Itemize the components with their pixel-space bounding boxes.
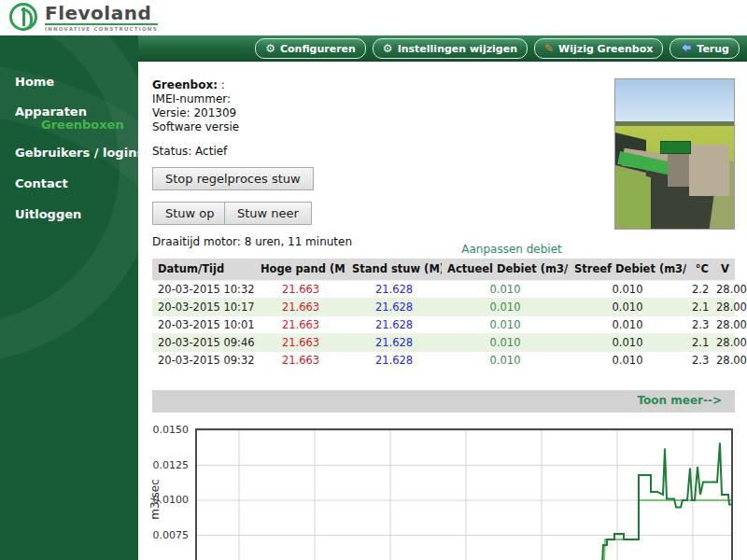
table-cell: 2.1 xyxy=(686,298,711,315)
y-tick-label: 0.0100 xyxy=(146,494,189,506)
arrow-left-icon xyxy=(680,42,692,55)
table-cell: 21.663 xyxy=(255,280,346,298)
configureren-button[interactable]: ⚙Configureren xyxy=(255,38,366,59)
actueel-debiet-line xyxy=(601,443,733,560)
table-cell: 2.1 xyxy=(686,333,711,351)
table-cell: 0.010 xyxy=(569,333,686,351)
greenbox-info: Greenbox: : IMEI-nummer: Versie: 201309 … xyxy=(152,78,239,134)
table-header-row: Datum/TijdHoge pand (M)Stand stuw (M)Act… xyxy=(152,259,735,280)
table-cell: 21.628 xyxy=(346,333,442,351)
table-cell: 21.663 xyxy=(255,333,346,351)
column-header: Hoge pand (M) xyxy=(255,259,346,280)
table-cell: 20-03-2015 10:32 xyxy=(152,280,255,298)
table-cell: 0.010 xyxy=(442,333,569,351)
table-cell: 28.00 xyxy=(711,280,735,298)
nav-button-label: Terug xyxy=(697,43,729,55)
sidebar-item-uitloggen[interactable]: Uitloggen xyxy=(15,207,81,221)
table-cell: 0.010 xyxy=(442,315,569,333)
table-row: 20-03-2015 10:1721.66321.6280.0100.0102.… xyxy=(152,298,735,315)
imei-line: IMEI-nummer: xyxy=(152,92,239,106)
greenbox-value: : xyxy=(218,78,225,91)
instellingen-wijzigen-button[interactable]: ⚙Instellingen wijzigen xyxy=(373,38,528,59)
table-cell: 21.628 xyxy=(346,351,442,369)
gear-icon: ⚙ xyxy=(265,43,275,54)
top-logo-bar: Flevoland INNOVATIVE CONSTRUCTIONS xyxy=(0,0,747,35)
terug-button[interactable]: Terug xyxy=(669,38,740,59)
greenbox-label: Greenbox: xyxy=(152,78,218,91)
table-cell: 21.628 xyxy=(346,280,442,298)
page: Flevoland INNOVATIVE CONSTRUCTIONS ⚙Conf… xyxy=(0,0,747,560)
toon-meer-link[interactable]: Toon meer--> xyxy=(637,394,722,407)
table-cell: 0.010 xyxy=(442,298,569,315)
table-cell: 28.00 xyxy=(711,351,735,369)
stop-regelproces-button[interactable]: Stop regelproces stuw xyxy=(152,167,314,190)
sidebar-item-contact[interactable]: Contact xyxy=(15,176,68,190)
pencil-icon: ✎ xyxy=(544,43,554,54)
aanpassen-debiet-link[interactable]: Aanpassen debiet xyxy=(372,243,652,256)
table-cell: 21.663 xyxy=(255,351,346,369)
table-cell: 28.00 xyxy=(711,298,735,315)
table-cell: 0.010 xyxy=(442,280,569,298)
sidebar-watermark-arc xyxy=(0,63,138,560)
table-cell: 20-03-2015 10:01 xyxy=(152,315,255,333)
table-cell: 2.3 xyxy=(686,315,711,333)
nav-button-label: Wijzig Greenbox xyxy=(558,43,653,55)
table-cell: 21.663 xyxy=(255,298,346,315)
greenbox-photo xyxy=(614,78,735,230)
column-header: Actueel Debiet (m3/s) xyxy=(442,259,569,280)
nav-button-label: Instellingen wijzigen xyxy=(398,43,517,55)
table-cell: 28.00 xyxy=(711,315,735,333)
y-tick-label: 0.0125 xyxy=(146,459,189,471)
column-header: °C xyxy=(686,259,711,280)
version-line: Versie: 201309 xyxy=(152,106,239,120)
stuw-neer-button[interactable]: Stuw neer xyxy=(224,202,312,225)
table-cell: 28.00 xyxy=(711,333,735,351)
flevoland-logo: Flevoland INNOVATIVE CONSTRUCTIONS xyxy=(9,3,158,32)
table-cell: 20-03-2015 10:17 xyxy=(152,298,255,315)
wijzig-greenbox-button[interactable]: ✎Wijzig Greenbox xyxy=(534,38,663,59)
table-cell: 2.3 xyxy=(686,351,711,369)
column-header: Streef Debiet (m3/s) xyxy=(569,259,686,280)
sidebar-item-greenboxen[interactable]: Greenboxen xyxy=(41,118,124,132)
table-cell: 21.663 xyxy=(255,315,346,333)
streef-debiet-line xyxy=(603,500,733,560)
photo-concrete-wall xyxy=(689,145,729,195)
table-row: 20-03-2015 10:0121.66321.6280.0100.0102.… xyxy=(152,315,735,333)
stuw-op-button[interactable]: Stuw op xyxy=(152,202,228,225)
table-cell: 21.628 xyxy=(346,298,442,315)
flevoland-logo-icon xyxy=(9,3,37,31)
y-tick-label: 0.0075 xyxy=(146,529,189,541)
table-cell: 21.628 xyxy=(346,315,442,333)
table-cell: 20-03-2015 09:32 xyxy=(152,351,255,369)
y-tick-label: 0.0150 xyxy=(146,424,189,436)
sidebar-item-apparaten[interactable]: Apparaten xyxy=(15,105,87,119)
navbar-buttons: ⚙Configureren⚙Instellingen wijzigen✎Wijz… xyxy=(255,38,740,59)
table-footer: Toon meer--> xyxy=(152,390,735,413)
table-cell: 0.010 xyxy=(442,351,569,369)
measurements-table: Datum/TijdHoge pand (M)Stand stuw (M)Act… xyxy=(152,259,735,369)
photo-sky xyxy=(615,79,734,124)
software-line: Software versie xyxy=(152,120,239,134)
table-row: 20-03-2015 09:3221.66321.6280.0100.0102.… xyxy=(152,351,735,369)
table-row: 20-03-2015 10:3221.66321.6280.0100.0102.… xyxy=(152,280,735,298)
motor-runtime: Draaitijd motor: 8 uren, 11 minuten xyxy=(152,235,352,248)
main-content: Greenbox: : IMEI-nummer: Versie: 201309 … xyxy=(138,62,747,560)
debiet-chart xyxy=(195,428,733,560)
sidebar-item-home[interactable]: Home xyxy=(15,75,54,89)
photo-grass xyxy=(615,166,651,230)
column-header: Datum/Tijd xyxy=(152,259,255,280)
photo-weir-gate xyxy=(668,154,689,187)
table-cell: 2.2 xyxy=(686,280,711,298)
gear-icon: ⚙ xyxy=(383,43,393,54)
table-cell: 0.010 xyxy=(569,351,686,369)
column-header: Stand stuw (M) xyxy=(346,259,442,280)
sidebar-item-gebruikers-logins[interactable]: Gebruikers / logins xyxy=(15,146,138,160)
table-cell: 0.010 xyxy=(569,315,686,333)
table-cell: 20-03-2015 09:46 xyxy=(152,333,255,351)
column-header: V xyxy=(711,259,735,280)
status-line: Status: Actief xyxy=(152,145,227,158)
table-cell: 0.010 xyxy=(569,298,686,315)
table-row: 20-03-2015 09:4621.66321.6280.0100.0102.… xyxy=(152,333,735,351)
nav-button-label: Configureren xyxy=(280,43,356,55)
photo-greenbox-unit xyxy=(660,141,691,154)
